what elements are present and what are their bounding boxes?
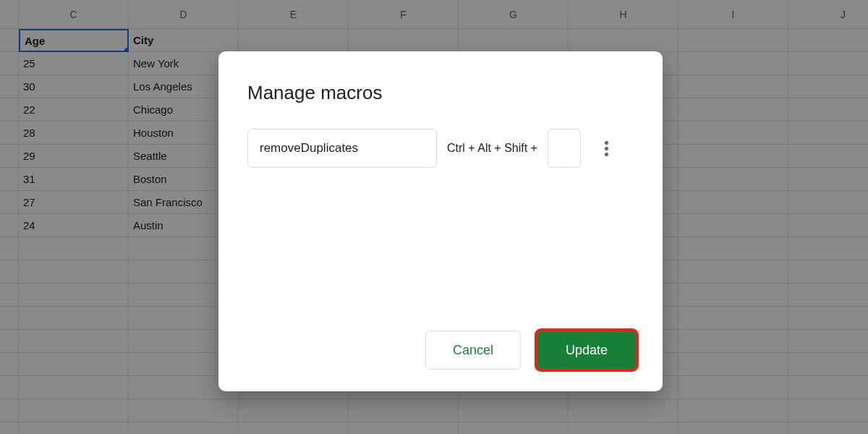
shortcut-prefix-label: Ctrl + Alt + Shift +: [447, 142, 537, 155]
dialog-footer: Cancel Update: [218, 331, 663, 391]
macro-more-options-button[interactable]: [594, 129, 620, 168]
shortcut-key-input[interactable]: [548, 129, 581, 168]
manage-macros-dialog: Manage macros Ctrl + Alt + Shift + Cance…: [218, 51, 663, 391]
macro-row: Ctrl + Alt + Shift +: [247, 129, 634, 168]
dialog-body: Ctrl + Alt + Shift +: [218, 104, 663, 331]
macro-name-input[interactable]: [247, 129, 437, 168]
update-button[interactable]: Update: [537, 331, 637, 370]
dialog-title: Manage macros: [218, 51, 663, 104]
more-vertical-icon: [605, 141, 608, 156]
cancel-button[interactable]: Cancel: [425, 331, 521, 370]
